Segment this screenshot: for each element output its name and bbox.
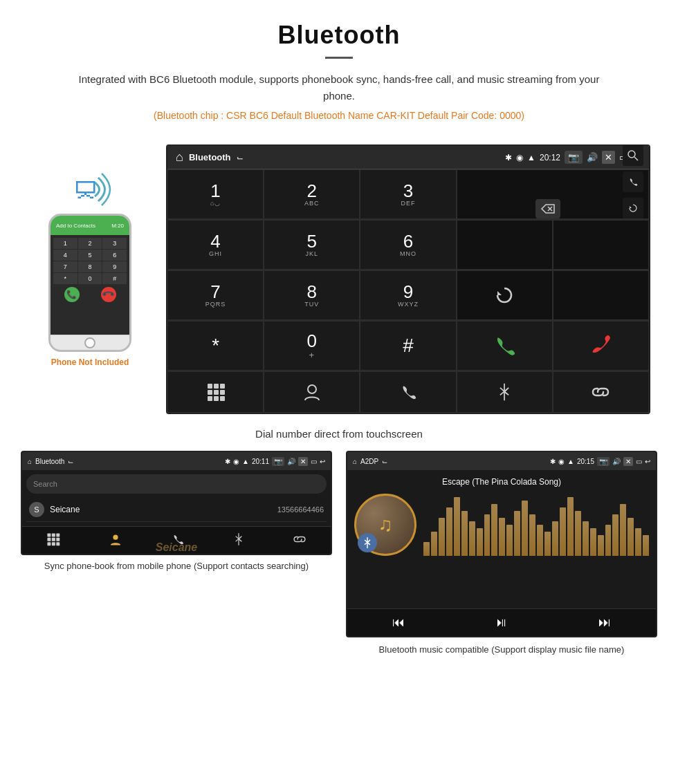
dial-key-0[interactable]: 0 + [264,321,360,371]
phone-key-9: 9 [102,261,127,272]
dial-bottom-link[interactable] [553,371,649,413]
phone-key-4: 4 [53,250,77,261]
phone-top-bar: Add to Contacts M:20 [51,216,129,235]
dial-key-6[interactable]: 6 MNO [360,220,456,270]
contacts-bottom-link[interactable] [293,532,306,549]
contacts-screenshot: ⌂ Bluetooth ⌙ ✱ ◉ ▲ 20:11 📷 🔊 ✕ ▭ ↩ [21,451,332,657]
dial-key-5[interactable]: 5 JKL [264,220,360,270]
dial-key-7[interactable]: 7 PQRS [167,270,264,320]
backspace-button[interactable] [535,199,560,218]
contacts-bottom-user[interactable] [109,532,122,549]
svg-rect-19 [52,533,55,536]
music-prev-button[interactable]: ⏮ [392,615,405,630]
music-bottom-bar: ⏮ ⏯ ⏭ [347,608,656,636]
phone-call-btn[interactable]: 📞 [64,287,80,302]
svg-rect-25 [52,542,55,545]
dial-key-9[interactable]: 9 WXYZ [360,270,456,320]
music-cam[interactable]: 📷 [597,457,610,466]
contacts-vol[interactable]: 🔊 [287,458,295,465]
svg-point-27 [113,534,118,539]
left-caption: Sync phone-book from mobile phone (Suppo… [44,559,309,573]
music-note-icon: ♫ [378,514,393,536]
music-play-pause-button[interactable]: ⏯ [495,615,508,630]
music-usb-icon: ⌙ [382,458,387,465]
dial-key-3[interactable]: 3 DEF [360,169,456,219]
svg-text:⯳: ⯳ [73,174,100,204]
dial-end-call-button[interactable] [553,321,649,371]
dial-key-hash[interactable]: # [360,321,456,371]
location-icon: ◉ [516,153,523,162]
music-album-area: ♫ [354,494,649,556]
volume-icon[interactable]: 🔊 [587,152,598,162]
music-screen: ⌂ A2DP ⌙ ✱ ◉ ▲ 20:15 📷 🔊 ✕ ▭ ↩ E [346,451,657,637]
dial-refresh-button[interactable] [457,270,553,320]
svg-rect-26 [56,542,59,545]
music-status-bar: ⌂ A2DP ⌙ ✱ ◉ ▲ 20:15 📷 🔊 ✕ ▭ ↩ [347,452,656,470]
dial-key-4[interactable]: 4 GHI [167,220,264,270]
album-art-container: ♫ [354,494,416,556]
dial-bottom-contacts[interactable] [264,371,360,413]
bluetooth-specs: (Bluetooth chip : CSR BC6 Default Blueto… [14,110,664,121]
dial-key-2[interactable]: 2 ABC [264,169,360,219]
dial-call-button[interactable] [457,321,553,371]
svg-rect-21 [47,537,51,541]
music-bt-icon: ✱ [550,458,556,465]
header-divider [325,57,353,59]
contacts-close[interactable]: ✕ [298,457,308,466]
dial-key-star[interactable]: * [167,321,264,371]
phone-home-button[interactable] [84,337,95,348]
search-placeholder: Search [33,480,57,488]
music-close[interactable]: ✕ [623,457,633,466]
music-signal: ▲ [567,458,574,465]
contacts-back[interactable]: ↩ [320,458,325,465]
camera-icon[interactable]: 📷 [565,151,583,164]
contacts-signal: ▲ [242,458,249,465]
music-content: Escape (The Pina Colada Song) ♫ [347,470,656,608]
dial-key-8[interactable]: 8 TUV [264,270,360,320]
contacts-home-icon[interactable]: ⌂ [28,458,32,465]
contacts-window[interactable]: ▭ [311,458,317,465]
contacts-bt-icon: ✱ [225,458,230,465]
svg-rect-12 [220,396,225,401]
music-time: 20:15 [577,458,594,465]
contacts-cam[interactable]: 📷 [272,457,284,466]
dial-empty-1 [457,220,553,270]
contacts-usb-icon: ⌙ [68,458,73,465]
dial-row-1: 1 ⌂◡ 2 ABC 3 DEF [167,169,649,220]
contact-avatar: S [29,502,44,517]
dial-bottom-grid[interactable] [167,371,264,413]
contact-row[interactable]: S Seicane 13566664466 [26,498,327,522]
home-icon[interactable]: ⌂ [176,150,183,165]
close-icon[interactable]: ✕ [602,151,615,164]
music-vol[interactable]: 🔊 [612,458,621,465]
phone-end-btn[interactable]: 📞 [101,287,116,302]
music-home-icon[interactable]: ⌂ [353,458,357,465]
contacts-bottom-grid[interactable] [46,532,60,549]
dial-bottom-bluetooth[interactable] [457,371,553,413]
equalizer-visual [423,494,649,556]
svg-rect-20 [56,533,59,536]
svg-rect-8 [214,390,219,395]
page-header: Bluetooth Integrated with BC6 Bluetooth … [0,0,678,144]
music-window[interactable]: ▭ [636,458,642,465]
svg-marker-3 [497,291,502,295]
contacts-bottom-bt[interactable] [233,532,244,549]
phone-key-5: 5 [78,250,102,261]
search-bar[interactable]: Search [26,474,327,494]
music-screenshot: ⌂ A2DP ⌙ ✱ ◉ ▲ 20:15 📷 🔊 ✕ ▭ ↩ E [346,451,657,657]
right-caption: Bluetooth music compatible (Support disp… [379,643,625,657]
dial-row-4: * 0 + # [167,321,649,371]
bluetooth-signal-icon: ⯳ [59,165,121,214]
contacts-loc-icon: ◉ [233,458,239,465]
dial-bottom-phone[interactable] [360,371,456,413]
bluetooth-status-icon: ✱ [505,153,512,162]
contact-name: Seicane [50,505,277,514]
screen-title: Bluetooth [189,152,231,162]
svg-rect-10 [208,396,212,401]
svg-rect-6 [220,384,225,389]
svg-rect-4 [208,384,212,389]
music-back[interactable]: ↩ [645,458,650,465]
dial-key-1[interactable]: 1 ⌂◡ [167,169,264,219]
music-next-button[interactable]: ⏭ [598,615,611,630]
phone-dial-grid: 1 2 3 4 5 6 7 8 9 * 0 # [53,238,127,284]
